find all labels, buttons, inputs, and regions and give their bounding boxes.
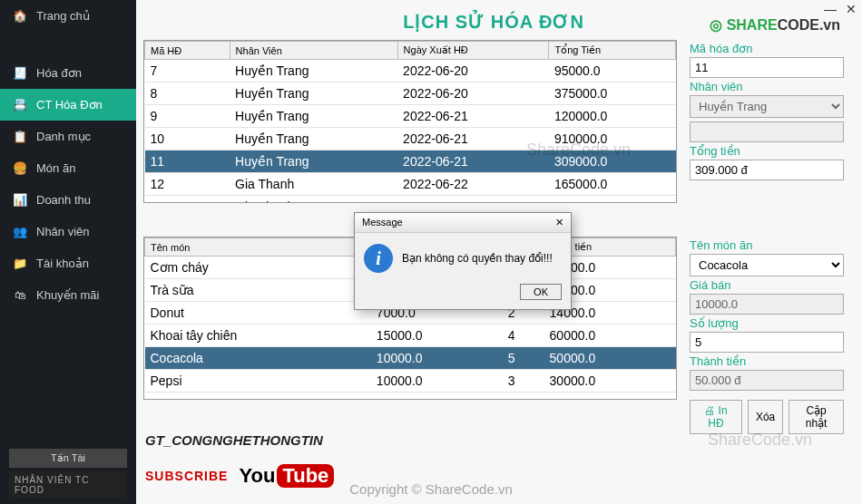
- invoice-table[interactable]: Mã HĐNhân ViênNgày Xuất HĐTổng Tiền 7Huy…: [143, 40, 677, 203]
- table-cell: 2022-06-22: [397, 173, 549, 196]
- table-row[interactable]: 12Gia Thanh2022-06-22165000.0: [145, 173, 676, 196]
- subscribe-text: SUBSCRIBE: [145, 469, 228, 483]
- delete-button[interactable]: Xóa: [748, 400, 783, 434]
- table-cell: Gia Thanh: [230, 196, 397, 204]
- folder-icon: 📁: [13, 257, 27, 270]
- sidebar-item-label: Danh mục: [36, 130, 91, 143]
- table-cell: 95000.0: [549, 196, 676, 204]
- sidebar-item-invoice-detail[interactable]: 📇 CT Hóa Đơn: [0, 89, 136, 121]
- table-row[interactable]: 7Huyền Trang2022-06-2095000.0: [145, 60, 676, 82]
- table-cell: Donut: [145, 302, 371, 325]
- table-row[interactable]: 10Huyền Trang2022-06-21910000.0: [145, 128, 676, 150]
- sidebar-item-promo[interactable]: 🛍 Khuyến mãi: [0, 279, 136, 311]
- sidebar-item-label: Tài khoản: [36, 257, 89, 270]
- youtube-promo: SUBSCRIBE YouTube: [145, 464, 334, 488]
- table-cell: 2022-06-22: [397, 196, 549, 204]
- role-status: NHÂN VIÊN TC FOOD: [9, 471, 127, 499]
- sidebar-item-category[interactable]: 📋 Danh mục: [0, 121, 136, 152]
- table-row[interactable]: 11Huyền Trang2022-06-21309000.0: [145, 150, 676, 173]
- table-cell: 2022-06-21: [397, 128, 549, 150]
- table-cell: 30000.0: [544, 370, 676, 393]
- line-total-input: [690, 370, 844, 391]
- sidebar-item-staff[interactable]: 👥 Nhân viên: [0, 216, 136, 247]
- sidebar-item-label: CT Hóa Đơn: [36, 98, 103, 111]
- sidebar-item-label: Khuyến mãi: [36, 288, 99, 302]
- table-cell: Huyền Trang: [230, 82, 397, 105]
- table-cell: 15000.0: [371, 325, 503, 347]
- table-cell: Huyền Trang: [230, 128, 397, 150]
- table-cell: 165000.0: [549, 173, 676, 196]
- food-icon: 🍔: [13, 161, 27, 175]
- sidebar-item-home[interactable]: 🏠 Trang chủ: [0, 0, 136, 32]
- dialog-title-text: Message: [362, 217, 403, 228]
- table-row[interactable]: Khoai tây chiên15000.0460000.0: [145, 325, 676, 347]
- table-cell: Huyền Trang: [230, 105, 397, 128]
- table-cell: 13: [145, 196, 230, 204]
- sidebar-item-food[interactable]: 🍔 Món ăn: [0, 152, 136, 184]
- table-cell: Khoai tây chiên: [145, 325, 371, 347]
- sidebar: 🏠 Trang chủ 🧾 Hóa đơn 📇 CT Hóa Đơn 📋 Dan…: [0, 0, 136, 504]
- table-cell: 11: [145, 150, 230, 173]
- dialog-ok-button[interactable]: OK: [520, 284, 562, 300]
- qty-input[interactable]: [690, 332, 844, 353]
- dialog-message: Bạn không có quyền thay đổi!!!: [402, 252, 553, 265]
- sidebar-item-invoice[interactable]: 🧾 Hóa đơn: [0, 57, 136, 89]
- table-row[interactable]: 9Huyền Trang2022-06-21120000.0: [145, 105, 676, 128]
- message-dialog: Message ✕ i Bạn không có quyền thay đổi!…: [354, 212, 572, 310]
- price-input: [690, 294, 844, 315]
- info-icon: i: [364, 244, 393, 273]
- column-header: Ngày Xuất HĐ: [397, 42, 549, 60]
- channel-name: GT_CONGNGHETHONGTIN: [145, 432, 323, 448]
- table-cell: 2022-06-20: [397, 82, 549, 105]
- table-cell: 4: [503, 325, 544, 347]
- table-cell: 3: [503, 370, 544, 393]
- table-cell: 50000.0: [544, 347, 676, 370]
- table-row[interactable]: 13Gia Thanh2022-06-2295000.0: [145, 196, 676, 204]
- field-label: Mã hóa đơn: [690, 42, 844, 55]
- item-name-select[interactable]: Cocacola: [690, 254, 844, 276]
- table-cell: 309000.0: [549, 150, 676, 173]
- table-cell: Huyền Trang: [230, 150, 397, 173]
- receipt-icon: 🧾: [13, 66, 27, 80]
- table-cell: Cơm cháy: [145, 257, 371, 279]
- table-cell: 8: [145, 82, 230, 105]
- column-header: Tổng Tiền: [549, 42, 676, 60]
- column-header: Tên món: [145, 238, 371, 257]
- table-cell: 10000.0: [371, 347, 503, 370]
- field-label: Nhân viên: [690, 80, 844, 93]
- users-icon: 👥: [13, 225, 27, 238]
- table-cell: 2022-06-21: [397, 105, 549, 128]
- update-button[interactable]: Cập nhật: [789, 400, 844, 434]
- field-label: Thành tiền: [690, 354, 844, 368]
- close-icon[interactable]: ✕: [846, 2, 857, 16]
- table-row[interactable]: Pepsi10000.0330000.0: [145, 370, 676, 393]
- table-cell: 95000.0: [549, 60, 676, 82]
- sidebar-item-label: Nhân viên: [36, 225, 90, 238]
- column-header: Nhân Viên: [230, 42, 397, 60]
- table-cell: Cocacola: [145, 347, 371, 370]
- staff-select[interactable]: Huyền Trang: [690, 95, 844, 118]
- invoice-id-input[interactable]: [690, 57, 844, 78]
- column-header: Mã HĐ: [145, 42, 230, 60]
- print-button[interactable]: 🖨 In HĐ: [690, 400, 742, 434]
- table-row[interactable]: 8Huyền Trang2022-06-20375000.0: [145, 82, 676, 105]
- minimize-icon[interactable]: —: [824, 2, 837, 16]
- field-label: Tổng tiền: [690, 144, 844, 158]
- table-cell: Huyền Trang: [230, 60, 397, 82]
- sidebar-item-label: Hóa đơn: [36, 66, 82, 80]
- user-button[interactable]: Tấn Tài: [9, 449, 127, 468]
- invoice-form: Mã hóa đơn Nhân viên Huyền Trang Tổng ti…: [690, 40, 844, 203]
- field-label: Giá bán: [690, 278, 844, 292]
- table-row[interactable]: Cocacola10000.0550000.0: [145, 347, 676, 370]
- sidebar-item-revenue[interactable]: 📊 Doanh thu: [0, 184, 136, 216]
- item-form: Tên món ăn Cocacola Giá bán Số lượng Thà…: [690, 237, 844, 434]
- sidebar-item-account[interactable]: 📁 Tài khoản: [0, 247, 136, 279]
- table-cell: Pepsi: [145, 370, 371, 393]
- youtube-logo: YouTube: [239, 464, 334, 488]
- table-cell: 9: [145, 105, 230, 128]
- table-cell: Gia Thanh: [230, 173, 397, 196]
- card-icon: 📇: [13, 98, 27, 111]
- dialog-close-icon[interactable]: ✕: [555, 217, 563, 228]
- sidebar-item-label: Trang chủ: [36, 9, 90, 23]
- total-input[interactable]: [690, 160, 844, 180]
